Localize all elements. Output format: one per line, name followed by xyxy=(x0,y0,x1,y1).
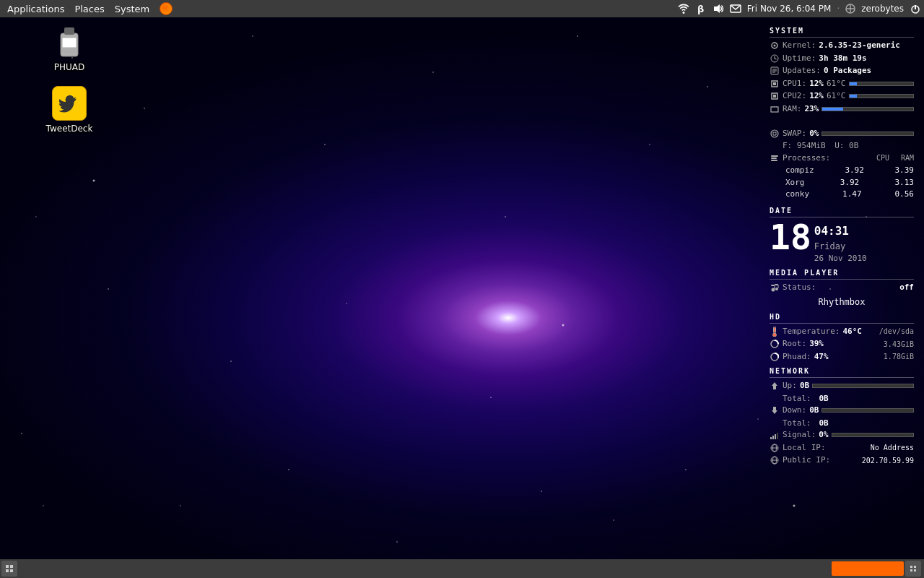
conky-hd-phuad-percent: 47% xyxy=(814,351,829,363)
conky-process-xorg-ram: 3.13 xyxy=(895,177,915,189)
panel-clock[interactable]: Fri Nov 26, 6:04 PM xyxy=(747,4,832,14)
bottom-taskbar xyxy=(0,559,924,578)
conky-network-section: NETWORK Up: 0B Total: 0B xyxy=(770,366,914,467)
bluetooth-icon[interactable]: β xyxy=(695,3,707,14)
svg-rect-33 xyxy=(771,160,777,161)
conky-processes-icon xyxy=(770,153,780,163)
firefox-launcher[interactable] xyxy=(158,1,174,17)
conky-net-up-total: Total: 0B xyxy=(770,393,914,405)
conky-cpu1-label: CPU1: xyxy=(783,78,806,90)
conky-media-status-value: off xyxy=(899,282,914,294)
taskbar-app-orange[interactable] xyxy=(832,561,904,576)
conky-upload-icon xyxy=(770,381,780,391)
conky-ram-percent: 23% xyxy=(805,103,819,116)
conky-hd-section: HD Temperature: 46°C /dev/sda xyxy=(770,311,914,363)
conky-hd-temp-value: 46°C xyxy=(842,326,862,338)
wifi-icon[interactable] xyxy=(678,3,689,14)
conky-kernel-label: Kernel: xyxy=(783,40,816,52)
svg-point-42 xyxy=(773,333,777,337)
conky-net-public-label: Public IP: xyxy=(783,454,830,467)
conky-net-up-total-value: 0B xyxy=(819,394,828,403)
svg-rect-50 xyxy=(777,433,778,439)
conky-uptime-value: 3h 38m 19s xyxy=(819,53,866,65)
conky-process-cpu-header: CPU xyxy=(876,152,889,163)
svg-rect-57 xyxy=(6,565,9,568)
svg-rect-60 xyxy=(10,569,13,572)
conky-hd-title: HD xyxy=(770,311,914,324)
conky-date-full: 26 Nov 2010 xyxy=(814,253,867,265)
conky-hd-root-percent: 39% xyxy=(809,338,824,350)
svg-rect-37 xyxy=(771,285,775,286)
desktop-icon-tweetdeck[interactable]: TweetDeck xyxy=(40,83,98,137)
panel-username[interactable]: zerobytes xyxy=(861,4,904,14)
conky-net-down-row: Down: 0B xyxy=(770,405,914,417)
conky-net-up-bar xyxy=(812,384,914,388)
conky-date-display: 18 04:31 Friday 26 Nov 2010 xyxy=(770,220,914,265)
svg-point-14 xyxy=(774,45,776,47)
conky-media-section: MEDIA PLAYER Status: off Rhythmbox xyxy=(770,267,914,309)
conky-media-player-name: Rhythmbox xyxy=(770,296,914,309)
panel-separator: · xyxy=(837,4,840,14)
conky-swap-used: U: 0B xyxy=(834,141,858,150)
conky-hd-device: /dev/sda xyxy=(879,326,914,337)
conky-process-compiz-ram: 3.39 xyxy=(895,165,915,177)
conky-ram-detail xyxy=(770,116,914,128)
svg-rect-10 xyxy=(62,38,77,48)
svg-rect-63 xyxy=(910,569,912,571)
conky-process-compiz-cpu: 3.92 xyxy=(845,165,864,177)
svg-rect-64 xyxy=(914,569,916,571)
volume-icon[interactable] xyxy=(712,3,724,14)
conky-swap-percent: 0% xyxy=(809,128,819,140)
conky-signal-icon xyxy=(770,430,780,440)
conky-net-down-total: Total: 0B xyxy=(770,418,914,430)
conky-net-signal-row: Signal: 0% xyxy=(770,429,914,441)
desktop-icon-phuad[interactable]: PHUAD xyxy=(40,22,98,75)
conky-swap-label: SWAP: xyxy=(783,128,806,140)
svg-rect-47 xyxy=(770,437,772,439)
conky-cpu2-label: CPU2: xyxy=(783,90,806,103)
conky-hd-phuad-row: Phuad: 47% 1.78GiB xyxy=(770,351,914,363)
conky-media-status-row: Status: off xyxy=(770,282,914,294)
conky-cpu2-temp: 61°C xyxy=(827,90,846,103)
conky-swap-bar xyxy=(821,131,914,136)
conky-cpu2-bar xyxy=(849,94,915,98)
conky-process-xorg-cpu: 3.92 xyxy=(840,177,860,189)
conky-updates-row: Updates: 0 Packages xyxy=(770,65,914,77)
taskbar-btn-1[interactable] xyxy=(905,561,921,577)
mail-icon[interactable] xyxy=(730,3,741,14)
conky-date-time: 04:31 xyxy=(814,223,867,240)
svg-rect-62 xyxy=(914,566,916,568)
conky-process-xorg: Xorg 3.92 3.13 xyxy=(770,177,914,189)
conky-media-status-label: Status: xyxy=(783,282,816,294)
svg-rect-59 xyxy=(6,569,9,572)
conky-cpu2-percent: 12% xyxy=(809,90,824,103)
menu-places[interactable]: Places xyxy=(70,2,108,16)
conky-kernel-value: 2.6.35-23-generic xyxy=(819,40,900,52)
conky-ram-bar-fill xyxy=(822,108,843,111)
conky-process-conky: conky 1.47 0.56 xyxy=(770,189,914,201)
conky-updates-label: Updates: xyxy=(783,65,821,77)
svg-rect-31 xyxy=(771,155,778,157)
taskbar-show-desktop[interactable] xyxy=(1,561,17,577)
svg-rect-48 xyxy=(772,436,774,439)
svg-rect-23 xyxy=(773,82,776,85)
svg-marker-46 xyxy=(772,407,777,414)
conky-swap-icon xyxy=(770,129,780,139)
conky-cpu1-temp: 61°C xyxy=(827,78,846,90)
conky-hd-root-label: Root: xyxy=(783,338,806,350)
svg-marker-45 xyxy=(772,382,777,389)
svg-rect-36 xyxy=(775,284,778,285)
svg-point-30 xyxy=(771,130,778,137)
panel-menu: Applications Places System xyxy=(3,1,174,17)
user-panel-icon[interactable] xyxy=(845,4,855,14)
conky-cpu2-row: CPU2: 12% 61°C xyxy=(770,90,914,103)
conky-widget: SYSTEM Kernel: 2.6.35-23-generic Uptime: xyxy=(770,25,914,467)
conky-process-conky-ram: 0.56 xyxy=(895,189,915,201)
conky-public-ip-icon xyxy=(770,455,780,465)
conky-date-section: DATE 18 04:31 Friday 26 Nov 2010 xyxy=(770,205,914,265)
tweetdeck-icon-image xyxy=(52,86,87,121)
power-icon[interactable] xyxy=(910,3,921,14)
conky-process-compiz-name: compiz xyxy=(785,165,814,177)
menu-system[interactable]: System xyxy=(110,2,154,16)
menu-applications[interactable]: Applications xyxy=(3,2,69,16)
